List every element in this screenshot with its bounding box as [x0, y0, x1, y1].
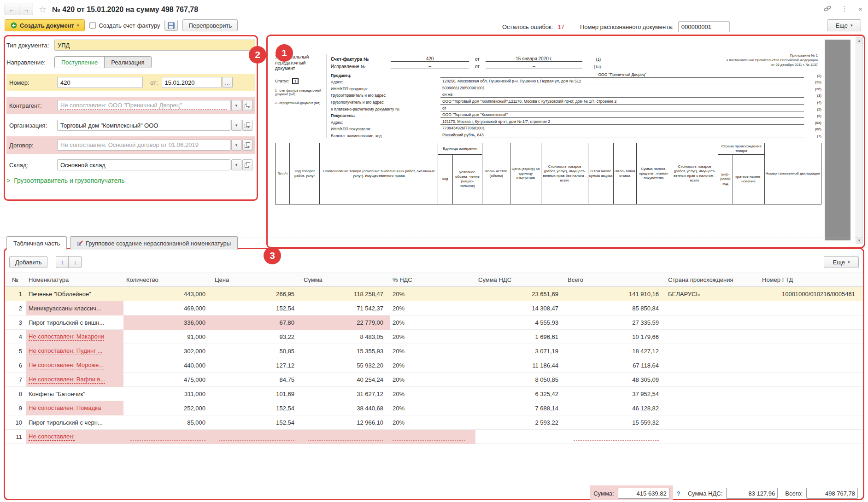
warehouse-dropdown-button[interactable]: ▾ — [231, 159, 241, 170]
contract-open-button[interactable] — [242, 140, 252, 151]
doc-type-input[interactable]: УПД — [54, 40, 255, 51]
col-sum[interactable]: Сумма — [301, 276, 390, 283]
warehouse-open-button[interactable] — [242, 159, 252, 170]
scroll-down-icon[interactable]: ▼ — [856, 237, 862, 244]
add-row-button[interactable]: Добавить — [9, 256, 47, 268]
preview-scrollbar[interactable]: ▲ ▼ — [856, 37, 863, 244]
open-icon — [245, 123, 250, 128]
recognized-number-label: Номер распознанного документа: — [580, 23, 674, 30]
col-vat-percent[interactable]: % НДС — [390, 276, 475, 283]
table-row[interactable]: 3 Пирог тирольский с вишн... 336,000 67,… — [6, 315, 862, 330]
table-row[interactable]: 7 Не сопоставлен: Вафли в... 475,000 84,… — [6, 373, 862, 387]
save-button[interactable] — [164, 20, 178, 31]
table-row[interactable]: 11 Не сопоставлен: — [6, 430, 862, 444]
counterparty-dropdown-button[interactable]: ▾ — [231, 100, 241, 111]
link-icon[interactable] — [824, 5, 831, 12]
unmatched-item[interactable]: Не сопоставлен: Мороже... — [29, 362, 104, 369]
direction-label: Направление: — [6, 59, 54, 66]
date-picker-button[interactable]: ... — [223, 77, 233, 88]
table-row[interactable]: 5 Не сопоставлен: Пудинг ... 302,000 50,… — [6, 344, 862, 358]
table-row[interactable]: 8 Конфеты "Батончик" 311,000 101,69 31 6… — [6, 387, 862, 401]
table-row[interactable]: 6 Не сопоставлен: Мороже... 440,000 127,… — [6, 358, 862, 373]
col-vat-sum[interactable]: Сумма НДС — [475, 276, 565, 283]
command-bar: Создать документ ▾ Создать счет-фактуру … — [5, 19, 238, 31]
organization-open-button[interactable] — [242, 120, 252, 131]
col-nomenclature[interactable]: Номенклатура — [26, 276, 123, 283]
direction-in-button[interactable]: Поступление — [55, 57, 104, 68]
table-row[interactable]: 10 Пирог тирольский с черн... 85,000 152… — [6, 415, 862, 430]
scroll-up-icon[interactable]: ▲ — [856, 37, 862, 44]
create-invoice-checkbox[interactable]: Создать счет-фактуру — [89, 22, 160, 29]
grid-col-cost-wo: Стоимость товаров (работ, услуг), имущес… — [541, 143, 588, 204]
col-quantity[interactable]: Количество — [123, 276, 212, 283]
grid-col-rate: Нало- говая ставка — [613, 143, 636, 204]
unmatched-item[interactable]: Не сопоставлен: Пудинг ... — [29, 347, 102, 355]
field-label: Продавец: — [331, 73, 440, 78]
preview-page-margin — [825, 40, 850, 240]
upd-document: Универсальный передаточный документ Стат… — [275, 54, 821, 204]
upd-status-row: Статус: 1 — [275, 78, 324, 84]
more-button-table[interactable]: Еще ▾ — [824, 256, 859, 268]
move-buttons: ↑ ↓ — [56, 256, 82, 268]
group-create-icon — [77, 240, 83, 246]
unmatched-item[interactable]: Не сопоставлен: Вафли в... — [29, 376, 105, 384]
shipper-expander[interactable]: > Грузоотправитель и грузополучатель — [6, 177, 255, 184]
contract-input[interactable]: Не сопоставлен: Основной договор от 01.0… — [57, 140, 230, 151]
tab-group-create[interactable]: Групповое создание нераспознанной номенк… — [70, 236, 238, 250]
contract-dropdown-icon: ▾ — [235, 143, 238, 147]
contract-label: Договор: — [9, 142, 57, 149]
unmatched-item[interactable]: Не сопоставлен: — [29, 433, 75, 441]
col-country[interactable]: Страна происхождения — [665, 276, 759, 283]
menu-icon[interactable]: ⋮ — [841, 5, 848, 13]
col-price[interactable]: Цена — [212, 276, 301, 283]
help-icon[interactable]: ? — [677, 490, 680, 497]
table-section: Добавить ↑ ↓ Еще ▾ № Номенклатура Количе… — [6, 250, 862, 500]
number-input[interactable]: 420 — [57, 77, 143, 88]
grand-total-input[interactable]: 498 767,78 — [806, 488, 858, 499]
recheck-button[interactable]: Перепроверить — [182, 19, 238, 31]
contract-dropdown-button[interactable]: ▾ — [231, 140, 241, 151]
counterparty-input[interactable]: Не сопоставлен: ООО "Пряничный Дворец" — [57, 100, 230, 111]
more-button-top[interactable]: Еще ▾ — [827, 19, 861, 31]
organization-dropdown-button[interactable]: ▾ — [231, 120, 241, 131]
table-row[interactable]: 1 Печенье "Юбилейное" 443,000 266,95 118… — [6, 287, 862, 301]
col-gtd[interactable]: Номер ГТД — [759, 276, 862, 283]
annotation-badge-2: 2 — [249, 46, 266, 64]
unmatched-item[interactable]: Не сопоставлен: Макарони — [29, 333, 104, 341]
create-document-button[interactable]: Создать документ ▾ — [5, 19, 85, 31]
sum-total-group: Сумма: 415 639,82 — [590, 485, 673, 500]
page-title: № 420 от 15.01.2020 на сумму 498 767,78 — [52, 6, 198, 14]
col-number[interactable]: № — [6, 276, 26, 283]
recognized-number-input[interactable]: 000000001 — [678, 21, 730, 32]
vat-total-input[interactable]: 83 127,96 — [726, 488, 778, 499]
table-row[interactable]: 2 Миникруассаны классич... 469,000 152,5… — [6, 301, 862, 315]
recognized-number-value: 000000001 — [681, 23, 711, 30]
warehouse-input[interactable]: Основной склад — [57, 159, 230, 170]
move-down-button[interactable]: ↓ — [69, 256, 82, 268]
close-icon[interactable]: × — [858, 5, 862, 13]
grid-group-unit: Единица измерения — [438, 143, 482, 154]
upd-field-row: ИНН/КПП продавца:5009666128/500901001(2б… — [331, 84, 821, 91]
table-row[interactable]: 9 Не сопоставлен: Помадка 252,000 152,54… — [6, 401, 862, 415]
counterparty-open-button[interactable] — [242, 100, 252, 111]
field-marker: (5) — [804, 107, 821, 111]
forward-button[interactable]: → — [19, 4, 33, 15]
field-label: ИНН/КПП покупателя: — [331, 127, 440, 131]
field-value: 128256, Московская обл, Пушкинский р-н, … — [440, 79, 804, 84]
more-label-top: Еще — [836, 22, 848, 29]
table-row[interactable]: 4 Не сопоставлен: Макарони 91,000 93,22 … — [6, 330, 862, 344]
sum-total-input[interactable]: 415 639,82 — [618, 488, 669, 499]
tab-table-part[interactable]: Табличная часть — [6, 236, 67, 250]
upd-field-row: ИНН/КПП покупателя:7709434926/770601001(… — [331, 125, 821, 132]
organization-input[interactable]: Торговый дом "Комплексный" ООО — [57, 120, 230, 131]
unmatched-item[interactable]: Не сопоставлен: Помадка — [29, 404, 101, 412]
warehouse-value: Основной склад — [60, 162, 106, 169]
number-label: Номер: — [9, 79, 57, 86]
back-icon: ← — [9, 6, 15, 13]
col-total[interactable]: Всего — [565, 276, 665, 283]
date-input[interactable]: 15.01.2020 — [162, 77, 222, 88]
back-button[interactable]: ← — [5, 4, 19, 15]
move-up-button[interactable]: ↑ — [56, 256, 69, 268]
favorite-star-icon[interactable]: ☆ — [39, 4, 47, 15]
direction-out-button[interactable]: Реализация — [104, 57, 151, 68]
